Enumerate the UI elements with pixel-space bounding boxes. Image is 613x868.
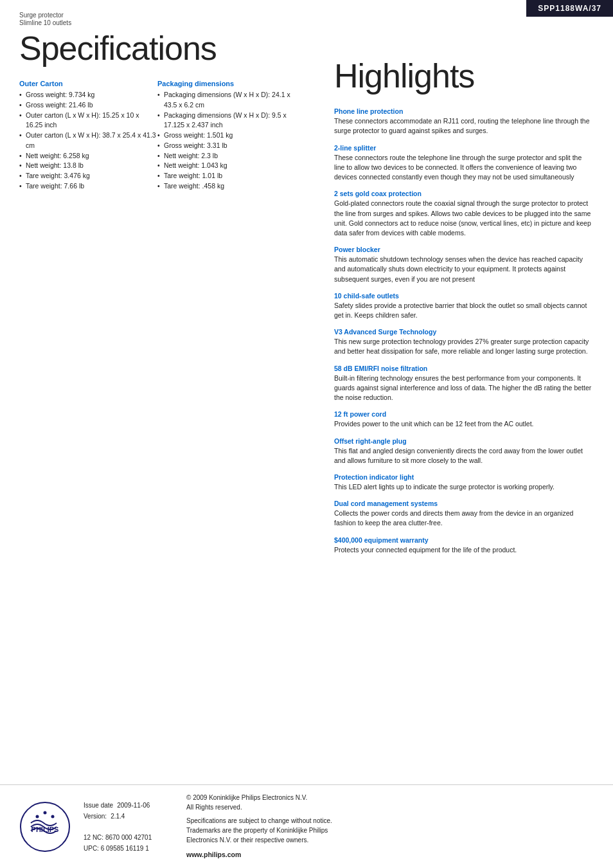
philips-logo: PHILIPS: [19, 801, 71, 853]
footer-legal-block: © 2009 Koninklijke Philips Electronics N…: [186, 793, 594, 860]
list-item: Packaging dimensions (W x H x D): 9.5 x …: [157, 111, 296, 131]
page: SPP1188WA/37 Surge protector Slimline 10…: [0, 0, 613, 868]
outer-carton: Outer Carton Gross weight: 9.734 kgGross…: [19, 80, 157, 192]
list-item: Nett weight: 6.258 kg: [19, 151, 157, 161]
outer-carton-title: Outer Carton: [19, 80, 157, 87]
highlight-title: Power blocker: [334, 246, 594, 253]
highlight-desc: Collects the power cords and directs the…: [334, 509, 594, 528]
outer-carton-list: Gross weight: 9.734 kgGross weight: 21.4…: [19, 90, 157, 192]
packaging-list: Packaging dimensions (W x H x D): 24.1 x…: [157, 90, 296, 192]
product-subtype: Slimline 10 outlets: [19, 19, 296, 26]
highlights-list: Phone line protectionThese connectors ac…: [334, 107, 594, 555]
list-item: Packaging dimensions (W x H x D): 24.1 x…: [157, 90, 296, 111]
highlight-desc: Gold-plated connectors route the coaxial…: [334, 199, 594, 238]
footer-issue-row: Issue date 2009-11-06: [84, 802, 173, 809]
footer-version-row: Version: 2.1.4: [84, 813, 173, 820]
list-item: Tare weight: 3.476 kg: [19, 171, 157, 181]
highlight-section: 12 ft power cordProvides power to the un…: [334, 410, 594, 429]
highlight-title: Dual cord management systems: [334, 500, 594, 507]
footer-website: www.philips.com: [186, 851, 241, 858]
list-item: Tare weight: 7.66 lb: [19, 181, 157, 192]
footer-nc: 12 NC: 8670 000 42701: [84, 834, 173, 841]
version-label: Version:: [84, 813, 107, 820]
highlight-desc: Built-in filtering technology ensures th…: [334, 374, 594, 403]
highlight-section: 58 dB EMI/RFI noise filtrationBuilt-in f…: [334, 365, 594, 403]
highlight-title: $400,000 equipment warranty: [334, 536, 594, 544]
footer-legal-text: Specifications are subject to change wit…: [186, 816, 594, 845]
packaging-dims: Packaging dimensions Packaging dimension…: [157, 80, 296, 192]
highlight-section: 2 sets gold coax protectionGold-plated c…: [334, 190, 594, 238]
highlight-desc: This new surge protection technology pro…: [334, 337, 594, 356]
highlight-desc: This LED alert lights up to indicate the…: [334, 482, 594, 492]
svg-point-4: [44, 811, 47, 814]
highlight-title: 10 child-safe outlets: [334, 292, 594, 300]
model-header: SPP1188WA/37: [526, 0, 613, 17]
list-item: Outer carton (L x W x H): 15.25 x 10 x 1…: [19, 111, 157, 131]
highlight-desc: This flat and angled design conveniently…: [334, 446, 594, 466]
highlight-section: Dual cord management systemsCollects the…: [334, 500, 594, 528]
version-value: 2.1.4: [111, 813, 125, 820]
specs-columns: Outer Carton Gross weight: 9.734 kgGross…: [19, 80, 296, 201]
left-column: Surge protector Slimline 10 outlets Spec…: [0, 0, 315, 201]
highlight-section: V3 Advanced Surge TechnologyThis new sur…: [334, 328, 594, 356]
highlight-desc: Protects your connected equipment for th…: [334, 545, 594, 555]
list-item: Gross weight: 3.31 lb: [157, 141, 296, 151]
highlight-title: 2-line splitter: [334, 144, 594, 152]
highlight-desc: This automatic shutdown technology sense…: [334, 255, 594, 284]
highlight-desc: Safety slides provide a protective barri…: [334, 301, 594, 320]
packaging-title: Packaging dimensions: [157, 80, 296, 87]
highlight-title: 12 ft power cord: [334, 410, 594, 418]
list-item: Nett weight: 13.8 lb: [19, 161, 157, 171]
highlights-title: Highlights: [334, 58, 594, 95]
highlight-desc: These connectors route the telephone lin…: [334, 153, 594, 183]
svg-point-5: [51, 815, 55, 818]
right-column: Highlights Phone line protectionThese co…: [315, 0, 613, 563]
footer-meta-block: Issue date 2009-11-06 Version: 2.1.4 12 …: [84, 802, 173, 852]
highlight-title: Phone line protection: [334, 107, 594, 115]
highlight-desc: These connectors accommodate an RJ11 cor…: [334, 116, 594, 136]
model-number: SPP1188WA/37: [538, 4, 601, 13]
list-item: Gross weight: 21.46 lb: [19, 100, 157, 111]
list-item: Gross weight: 1.501 kg: [157, 131, 296, 141]
list-item: Outer carton (L x W x H): 38.7 x 25.4 x …: [19, 131, 157, 151]
highlight-section: Offset right-angle plugThis flat and ang…: [334, 437, 594, 466]
highlight-section: Phone line protectionThese connectors ac…: [334, 107, 594, 136]
issue-label: Issue date: [84, 802, 113, 809]
highlight-section: Power blockerThis automatic shutdown tec…: [334, 246, 594, 284]
highlight-desc: Provides power to the unit which can be …: [334, 419, 594, 429]
highlight-section: $400,000 equipment warrantyProtects your…: [334, 536, 594, 555]
product-type: Surge protector: [19, 12, 296, 19]
highlight-section: Protection indicator lightThis LED alert…: [334, 473, 594, 492]
footer: PHILIPS Issue date 2009-11-06 Version: 2…: [0, 784, 613, 868]
highlight-section: 2-line splitterThese connectors route th…: [334, 144, 594, 183]
svg-point-3: [36, 815, 39, 818]
highlight-title: Protection indicator light: [334, 473, 594, 481]
list-item: Tare weight: 1.01 lb: [157, 171, 296, 181]
page-title: Specifications: [19, 30, 296, 67]
highlight-title: V3 Advanced Surge Technology: [334, 328, 594, 336]
packaging-section: Packaging dimensions Packaging dimension…: [157, 80, 296, 201]
highlight-title: 2 sets gold coax protection: [334, 190, 594, 197]
issue-date: 2009-11-06: [117, 802, 150, 809]
highlight-title: 58 dB EMI/RFI noise filtration: [334, 365, 594, 372]
highlight-section: 10 child-safe outletsSafety slides provi…: [334, 292, 594, 320]
list-item: Nett weight: 2.3 lb: [157, 151, 296, 161]
outer-carton-section: Outer Carton Gross weight: 9.734 kgGross…: [19, 80, 157, 201]
list-item: Nett weight: 1.043 kg: [157, 161, 296, 171]
list-item: Tare weight: .458 kg: [157, 181, 296, 192]
footer-copyright: © 2009 Koninklijke Philips Electronics N…: [186, 793, 594, 812]
highlight-title: Offset right-angle plug: [334, 437, 594, 445]
footer-upc: UPC: 6 09585 16119 1: [84, 845, 173, 852]
list-item: Gross weight: 9.734 kg: [19, 90, 157, 100]
